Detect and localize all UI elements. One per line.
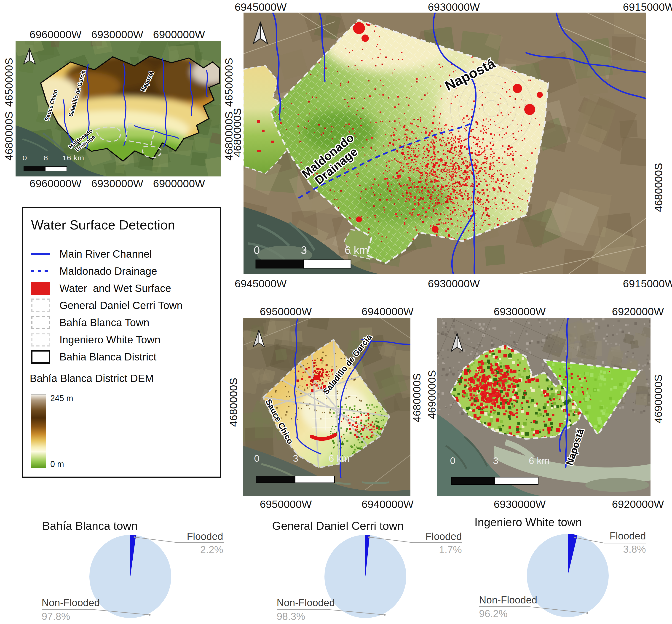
leader-dot [587, 612, 588, 614]
inset-axis-top-0: 6960000W [29, 28, 81, 41]
main-axis-top-2: 6915000W [623, 1, 672, 13]
main-flood-map: Napostá MaldonadoDrainage 0 3 6 km [243, 12, 646, 274]
leader-dot [574, 537, 576, 539]
scale-bar-black [451, 477, 495, 485]
inset-axis-bottom-1: 6930000W [91, 177, 143, 190]
nonflooded-pct: 98.3% [277, 611, 305, 622]
main-axis-bottom-2: 6915000W [623, 277, 672, 290]
scale-bar-black [24, 166, 45, 171]
dem-colorbar [31, 394, 46, 468]
main-axis-right-0: 4680000S [652, 163, 665, 212]
cerri-axis-right-0: 4680000S [410, 373, 423, 422]
scale-6km: 6 km [329, 453, 350, 464]
scale-0: 0 [22, 154, 27, 162]
cerri-axis-top-1: 6940000W [361, 305, 413, 318]
cerri-map-canvas: Sauce Chico Saladillo de Garcia 0 3 6 km [243, 318, 410, 496]
nonflooded-pct: 97.8% [42, 611, 70, 622]
scale-6km: 6 km [344, 244, 368, 256]
scale-0: 0 [254, 244, 260, 256]
scale-3: 3 [493, 455, 498, 466]
dem-min-label: 0 m [50, 460, 64, 469]
legend-item-water-wet: Water and Wet Surface [31, 281, 171, 296]
pie-title: General Daniel Cerri town [272, 520, 404, 532]
scale-3: 3 [293, 453, 298, 464]
legend-item-district: Bahia Blanca District [31, 349, 156, 364]
white-axis-top-1: 6920000W [612, 305, 664, 318]
cerri-flood-map: Sauce Chico Saladillo de Garcia 0 3 6 km [243, 318, 410, 496]
pie-bahia-blanca: Bahía Blanca town Flooded 2.2% Non-Flood… [21, 514, 244, 624]
legend-item-cerri-town: General Daniel Cerri Town [31, 298, 183, 313]
tidal-flat [585, 478, 649, 492]
flooded-label: Flooded [425, 531, 462, 542]
flooded-label: Flooded [610, 530, 646, 542]
cerri-street-grid [312, 393, 357, 430]
main-river-swatch-icon [31, 253, 50, 255]
cerri-town-swatch-icon [31, 298, 50, 312]
scale-16km: 16 km [62, 154, 84, 162]
white-axis-bottom-1: 6920000W [612, 498, 664, 511]
inset-axis-left-1: 4680000S [2, 111, 15, 160]
scale-bar-white [304, 260, 351, 268]
scale-0: 0 [450, 455, 455, 466]
white-axis-top-0: 6930000W [494, 305, 546, 318]
legend-item-label: Maldonado Drainage [59, 265, 157, 277]
pie-title: Bahía Blanca town [42, 520, 138, 532]
leader-dot [149, 614, 151, 616]
main-axis-bottom-1: 6930000W [428, 277, 480, 290]
inset-axis-bottom-2: 6900000W [153, 177, 205, 190]
nonflooded-label: Non-Flooded [42, 597, 100, 608]
legend-item-bahia-town: Bahía Blanca Town [31, 315, 149, 330]
flooded-label: Flooded [187, 531, 223, 542]
inset-axis-bottom-0: 6960000W [29, 177, 81, 190]
nonflooded-label: Non-Flooded [277, 597, 335, 608]
cerri-axis-bottom-0: 6950000W [260, 498, 312, 511]
legend: Water Surface Detection Main River Chann… [22, 207, 221, 478]
scale-bar-white [495, 477, 538, 485]
legend-item-label: Water and Wet Surface [59, 282, 171, 294]
legend-item-white-town: Ingeniero White Town [31, 332, 160, 347]
white-town-swatch-icon [31, 333, 50, 346]
white-axis-left-0: 4690000S [425, 370, 438, 419]
legend-item-label: Ingeniero White Town [59, 334, 160, 346]
maldonado-swatch-icon [31, 270, 50, 272]
nonflooded-pct: 96.2% [479, 608, 508, 619]
pie-ingeniero-white: Ingeniero White town Flooded 3.8% Non-Fl… [458, 514, 672, 624]
scale-bar-black [256, 476, 295, 483]
scale-0: 0 [254, 453, 259, 464]
inset-axis-top-1: 6930000W [91, 28, 143, 41]
white-map-canvas: Napostá 0 3 6 km [437, 318, 650, 496]
leader-dot [384, 614, 386, 616]
white-flood-map: Napostá 0 3 6 km [437, 318, 650, 496]
main-axis-left-0: 4680000S [231, 108, 243, 157]
water-wet-swatch-icon [31, 282, 50, 295]
legend-item-label: Bahia Blanca District [59, 350, 156, 363]
leader-dot [368, 537, 370, 538]
inset-axis-left-0: 4650000S [2, 58, 15, 107]
cerri-axis-top-0: 6950000W [260, 305, 312, 318]
white-axis-bottom-0: 6930000W [494, 498, 546, 511]
flooded-pct: 2.2% [200, 544, 223, 555]
dem-title: Bahía Blanca District DEM [30, 372, 154, 385]
scale-bar-black [256, 260, 304, 268]
main-axis-top-1: 6930000W [428, 1, 480, 13]
inset-axis-top-2: 6900000W [153, 28, 205, 41]
pie-title: Ingeniero White town [474, 516, 582, 529]
cerri-axis-left-0: 4680000S [227, 378, 240, 427]
scale-bar-white [45, 166, 67, 171]
inset-map-canvas: Sauce Chico Saladillo de Garcia Napostá … [16, 41, 221, 177]
flooded-pct: 3.8% [623, 544, 646, 555]
cerri-axis-bottom-1: 6940000W [361, 498, 413, 511]
legend-item-maldonado: Maldonado Drainage [31, 263, 157, 279]
legend-item-main-river: Main River Channel [31, 246, 152, 261]
legend-item-label: Bahía Blanca Town [59, 316, 149, 329]
inset-axis-right-0: 4650000S [223, 58, 235, 107]
dem-max-label: 245 m [50, 394, 73, 403]
legend-title: Water Surface Detection [31, 217, 175, 232]
district-swatch-icon [31, 350, 50, 364]
nonflooded-label: Non-Flooded [479, 594, 537, 605]
scale-6km: 6 km [528, 455, 549, 466]
legend-item-label: Main River Channel [59, 248, 152, 260]
pie-general-cerri: General Daniel Cerri town Flooded 1.7% N… [256, 514, 480, 624]
main-axis-bottom-0: 6945000W [235, 277, 286, 290]
legend-item-label: General Daniel Cerri Town [59, 299, 183, 312]
